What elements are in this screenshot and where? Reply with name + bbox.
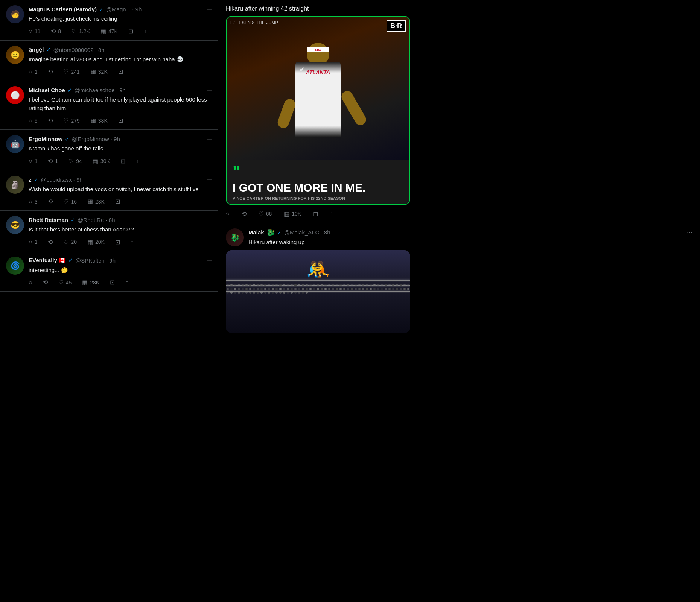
- action-item[interactable]: ○11: [29, 28, 40, 35]
- action-item[interactable]: ♡20: [63, 239, 77, 246]
- retweet-action[interactable]: ⟲: [242, 210, 247, 217]
- tweet-avatar[interactable]: 🧑: [6, 5, 24, 23]
- tweet-handle[interactable]: @RhettRe · 8h: [78, 217, 115, 223]
- tweet-more-button[interactable]: ···: [206, 46, 212, 54]
- tweet-handle[interactable]: @cupiditasx · 9h: [41, 176, 83, 183]
- action-item[interactable]: ♡16: [63, 198, 77, 205]
- audience-dot: [370, 284, 372, 286]
- action-item[interactable]: ♡241: [63, 68, 79, 75]
- action-item[interactable]: ○: [29, 279, 32, 286]
- audience-dot: [279, 292, 282, 294]
- action-item[interactable]: ↑: [134, 68, 137, 75]
- action-item[interactable]: ⟲: [48, 68, 53, 75]
- tweet-display-name[interactable]: Magnus Carlsen (Parody): [29, 6, 97, 12]
- action-item[interactable]: ↑: [131, 198, 134, 205]
- audience-dot: [381, 284, 383, 286]
- action-item[interactable]: ⊡: [118, 117, 123, 124]
- like-count: 66: [266, 211, 272, 217]
- action-item[interactable]: ▦47K: [100, 28, 118, 35]
- tweet-display-name[interactable]: ErgoMinnow: [29, 136, 62, 142]
- share-action[interactable]: ↑: [330, 210, 333, 217]
- bottom-tweet-name[interactable]: Malak: [248, 229, 264, 236]
- action-item[interactable]: ♡1.2K: [72, 28, 90, 35]
- action-item[interactable]: ▦28K: [87, 198, 105, 205]
- verified-icon: ✓: [68, 257, 73, 264]
- tweet-display-name[interactable]: ạngẹl: [29, 46, 44, 53]
- tweet-more-button[interactable]: ···: [206, 5, 212, 13]
- tweet-avatar[interactable]: 🗿: [6, 176, 24, 194]
- action-item[interactable]: ♡279: [63, 117, 79, 124]
- action-item[interactable]: ♡94: [68, 158, 82, 165]
- tweet-display-name[interactable]: Rhett Reisman: [29, 217, 68, 223]
- action-item[interactable]: ⟲: [43, 279, 48, 286]
- tweet-handle[interactable]: @atom0000002 · 8h: [53, 47, 105, 53]
- tweet-more-button[interactable]: ···: [206, 135, 212, 143]
- audience-dot: [227, 284, 229, 286]
- audience-dot: [260, 288, 263, 290]
- audience-dot: [272, 284, 274, 286]
- audience-dot: [260, 284, 263, 286]
- tweet-handle[interactable]: @ErgoMinnow · 9h: [72, 136, 120, 142]
- action-item[interactable]: ⊡: [115, 239, 120, 246]
- action-item[interactable]: ⟲: [48, 198, 53, 205]
- action-item[interactable]: ⟲1: [48, 158, 58, 165]
- tweet-more-button[interactable]: ···: [206, 216, 212, 224]
- tweet-body: Michael Choe✓@michaelschoe · 9h···I beli…: [29, 86, 212, 124]
- jersey-number-area: ATLANTA: [306, 69, 330, 75]
- action-item[interactable]: ↑: [144, 28, 147, 35]
- views-action[interactable]: ▦10K: [284, 210, 301, 217]
- audience-dot: [343, 288, 345, 290]
- tweet-avatar[interactable]: 😐: [6, 46, 24, 64]
- tweet-more-button[interactable]: ···: [206, 86, 212, 94]
- action-item[interactable]: ⟲: [48, 239, 53, 246]
- tweet-display-name[interactable]: EVentually 🇨🇦: [29, 257, 66, 264]
- tweet-avatar[interactable]: 🌀: [6, 257, 24, 275]
- tweet-avatar[interactable]: 🤖: [6, 135, 24, 153]
- tweet-handle[interactable]: @Magn... · 9h: [106, 6, 142, 12]
- action-item[interactable]: ○1: [29, 239, 37, 245]
- action-item[interactable]: ⟲: [48, 117, 53, 124]
- action-item[interactable]: ○1: [29, 68, 37, 75]
- audience-dot: [351, 284, 353, 286]
- action-item[interactable]: ▦20K: [87, 239, 105, 246]
- audience-dot: [242, 292, 244, 294]
- action-item[interactable]: ⊡: [115, 198, 120, 205]
- tweet-avatar[interactable]: 😎: [6, 216, 24, 234]
- action-item[interactable]: ○5: [29, 117, 37, 124]
- action-item[interactable]: ▦30K: [93, 158, 110, 165]
- action-item[interactable]: ▦28K: [82, 279, 99, 286]
- verified-icon: ✓: [99, 6, 104, 13]
- action-item[interactable]: ⊡: [118, 68, 123, 75]
- bottom-tweet-avatar[interactable]: 🐉: [226, 228, 244, 246]
- action-item[interactable]: ⊡: [128, 28, 133, 35]
- action-item[interactable]: ⟲8: [51, 28, 61, 35]
- like-action[interactable]: ♡66: [259, 210, 272, 217]
- action-item[interactable]: ○1: [29, 158, 37, 164]
- action-item[interactable]: ⊡: [110, 279, 115, 286]
- tweet-avatar[interactable]: ⚪: [6, 86, 24, 104]
- tweet-display-name[interactable]: Michael Choe: [29, 87, 65, 93]
- action-item[interactable]: ♡45: [58, 279, 72, 286]
- action-item[interactable]: ↑: [131, 239, 134, 245]
- reply-action[interactable]: ○: [226, 210, 230, 217]
- action-item[interactable]: ↑: [134, 117, 137, 124]
- audience-dot: [328, 284, 330, 286]
- tweet-handle[interactable]: @SPKolten · 9h: [75, 257, 116, 264]
- tweet-more-button[interactable]: ···: [206, 176, 212, 184]
- bookmark-action[interactable]: ⊡: [313, 210, 318, 217]
- tweet-body: ạngẹl✓@atom0000002 · 8h···Imagine beatin…: [29, 46, 212, 76]
- action-item[interactable]: ⊡: [120, 158, 125, 165]
- bottom-tweet-more-button[interactable]: ···: [687, 228, 692, 236]
- action-count: 30K: [100, 158, 110, 164]
- bottom-tweet-handle[interactable]: @Malak_AFC · 8h: [284, 229, 330, 236]
- action-item[interactable]: ▦32K: [90, 68, 108, 75]
- action-item[interactable]: ↑: [125, 279, 128, 286]
- quote-main-text: I GOT ONE MORE IN ME.: [233, 181, 403, 194]
- tweet-display-name[interactable]: z: [29, 176, 32, 183]
- action-item[interactable]: ↑: [136, 158, 139, 164]
- tweet-handle[interactable]: @michaelschoe · 9h: [75, 87, 126, 93]
- tweet-more-button[interactable]: ···: [206, 257, 212, 265]
- action-item[interactable]: ○3: [29, 198, 37, 205]
- audience-dot: [230, 292, 233, 294]
- action-item[interactable]: ▦38K: [90, 117, 108, 124]
